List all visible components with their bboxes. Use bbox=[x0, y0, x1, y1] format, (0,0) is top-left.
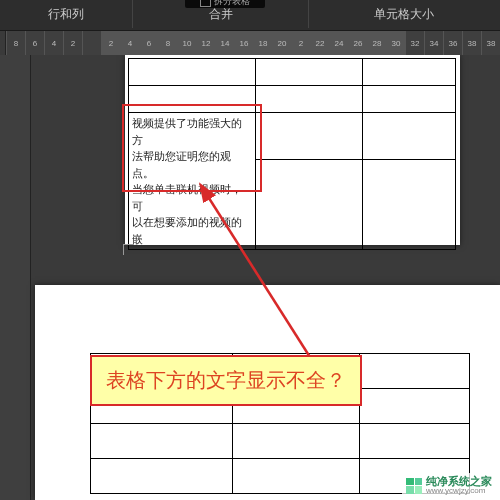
table-cell[interactable] bbox=[360, 424, 470, 459]
vertical-ruler[interactable] bbox=[0, 55, 31, 500]
ruler-tick: 32 bbox=[405, 31, 424, 56]
table-cell[interactable] bbox=[233, 424, 360, 459]
ruler-tick bbox=[82, 31, 101, 56]
ruler-tick: 30 bbox=[386, 31, 405, 56]
cell-size-label: 单元格大小 bbox=[374, 6, 434, 23]
watermark: 纯净系统之家 www.ycwjzy.com bbox=[402, 473, 496, 498]
ruler-tick: 34 bbox=[424, 31, 443, 56]
split-table-button[interactable]: 拆分表格 bbox=[185, 0, 265, 8]
table-cell[interactable] bbox=[360, 354, 470, 389]
table-cell[interactable] bbox=[256, 59, 363, 86]
ruler-tick: 10 bbox=[177, 31, 196, 56]
annotation-callout: 表格下方的文字显示不全？ bbox=[90, 355, 362, 406]
annotation-text: 表格下方的文字显示不全？ bbox=[106, 369, 346, 391]
ruler-tick: 38 bbox=[481, 31, 500, 56]
table-cell[interactable] bbox=[256, 160, 363, 250]
table-cell[interactable] bbox=[233, 459, 360, 494]
ruler-tick: 6 bbox=[139, 31, 158, 56]
split-table-label: 拆分表格 bbox=[214, 0, 250, 8]
table-row[interactable] bbox=[129, 59, 456, 86]
ruler-tick: 22 bbox=[310, 31, 329, 56]
table-cell[interactable] bbox=[91, 459, 233, 494]
ruler-tick: 2 bbox=[101, 31, 120, 56]
watermark-logo-icon bbox=[406, 478, 422, 494]
table-cell[interactable] bbox=[256, 113, 363, 160]
ruler-tick: 36 bbox=[443, 31, 462, 56]
ruler-tick: 26 bbox=[348, 31, 367, 56]
cell-size-group[interactable]: 单元格大小 bbox=[309, 0, 500, 30]
merge-label: 合并 bbox=[209, 6, 233, 23]
watermark-url: www.ycwjzy.com bbox=[426, 487, 492, 496]
table-cell[interactable] bbox=[256, 86, 363, 113]
table-row[interactable] bbox=[129, 86, 456, 113]
table-cell[interactable] bbox=[363, 113, 456, 160]
cell-text-line: 法帮助您证明您的观点。 bbox=[132, 150, 231, 179]
document-workspace: 视频提供了功能强大的方 法帮助您证明您的观点。 当您单击联机视频时，可 以在想要… bbox=[0, 55, 500, 500]
table-row[interactable] bbox=[91, 424, 470, 459]
ruler-tick: 2 bbox=[63, 31, 82, 56]
ruler-tick: 8 bbox=[158, 31, 177, 56]
ruler-tick: 6 bbox=[25, 31, 44, 56]
cell-text-line: 以在想要添加的视频的嵌 bbox=[132, 216, 242, 245]
table-1[interactable]: 视频提供了功能强大的方 法帮助您证明您的观点。 当您单击联机视频时，可 以在想要… bbox=[128, 58, 456, 250]
table-cell[interactable] bbox=[363, 59, 456, 86]
page-corner-marker bbox=[123, 244, 134, 255]
horizontal-ruler[interactable]: 8642246810121416182022224262830323436383… bbox=[6, 31, 500, 56]
table-cell[interactable] bbox=[363, 86, 456, 113]
ruler-tick: 8 bbox=[6, 31, 25, 56]
table-cell[interactable] bbox=[129, 59, 256, 86]
ruler-tick: 20 bbox=[272, 31, 291, 56]
ruler-tick: 28 bbox=[367, 31, 386, 56]
page-area: 视频提供了功能强大的方 法帮助您证明您的观点。 当您单击联机视频时，可 以在想要… bbox=[35, 55, 490, 500]
ruler-tick: 2 bbox=[291, 31, 310, 56]
ruler-tick: 14 bbox=[215, 31, 234, 56]
table-cell-with-text[interactable]: 视频提供了功能强大的方 法帮助您证明您的观点。 当您单击联机视频时，可 以在想要… bbox=[129, 113, 256, 250]
ruler-tick: 18 bbox=[253, 31, 272, 56]
table-row[interactable]: 视频提供了功能强大的方 法帮助您证明您的观点。 当您单击联机视频时，可 以在想要… bbox=[129, 113, 456, 160]
table-tools-toolbar: 拆分表格 行和列 合并 单元格大小 bbox=[0, 0, 500, 31]
table-cell[interactable] bbox=[129, 86, 256, 113]
ruler-tick: 24 bbox=[329, 31, 348, 56]
ruler-tick: 4 bbox=[120, 31, 139, 56]
ruler-tick: 38 bbox=[462, 31, 481, 56]
rows-columns-label: 行和列 bbox=[48, 6, 84, 23]
cell-text-line: 视频提供了功能强大的方 bbox=[132, 117, 242, 146]
horizontal-ruler-area: 8642246810121416182022224262830323436383… bbox=[0, 31, 500, 56]
ruler-tick: 12 bbox=[196, 31, 215, 56]
table-cell[interactable] bbox=[360, 389, 470, 424]
document-page-1[interactable]: 视频提供了功能强大的方 法帮助您证明您的观点。 当您单击联机视频时，可 以在想要… bbox=[125, 55, 460, 245]
cell-text-line: 当您单击联机视频时，可 bbox=[132, 183, 242, 212]
rows-columns-group[interactable]: 行和列 bbox=[0, 0, 132, 30]
ruler-tick: 16 bbox=[234, 31, 253, 56]
ruler-tick: 4 bbox=[44, 31, 63, 56]
table-cell[interactable] bbox=[363, 160, 456, 250]
table-cell[interactable] bbox=[91, 424, 233, 459]
